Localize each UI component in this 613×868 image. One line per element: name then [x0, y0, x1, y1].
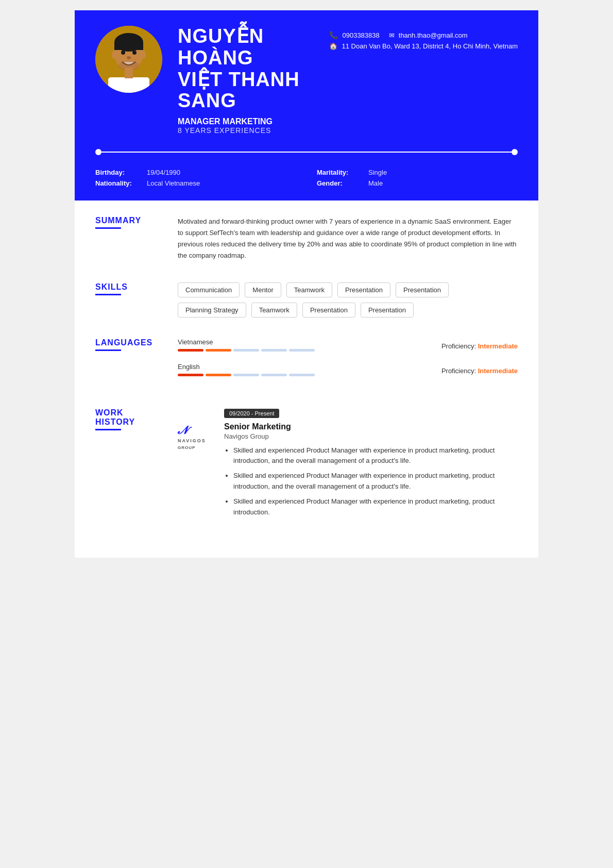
main-content: SUMMARY Motivated and forward-thinking p…: [75, 201, 538, 558]
skill-tag: Mentor: [245, 282, 281, 297]
address-row: 🏠 11 Doan Van Bo, Ward 13, District 4, H…: [329, 42, 518, 50]
work-history-title: WORK HISTORY: [95, 408, 162, 427]
language-name: Vietnamese: [178, 338, 315, 346]
info-right: Maritality: Single Gender: Male: [317, 169, 518, 190]
proficiency-value: Intermediate: [478, 342, 518, 350]
email-address: thanh.thao@gmail.com: [399, 31, 468, 39]
svg-point-6: [121, 51, 125, 55]
person-experience: 8 YEARS EXPERIENCES: [178, 126, 314, 135]
skills-title: SKILLS: [95, 282, 162, 292]
skills-content: CommunicationMentorTeamworkPresentationP…: [178, 282, 518, 318]
summary-label: SUMMARY: [95, 216, 162, 261]
work-history-label: WORK HISTORY: [95, 408, 162, 522]
proficiency-value: Intermediate: [478, 367, 518, 375]
phone-icon: 📞: [329, 31, 338, 39]
work-item: 𝒩 NAVIGOS GROUP 09/2020 - PresentSenior …: [178, 408, 518, 522]
svg-point-7: [132, 51, 137, 55]
skill-tag: Presentation: [302, 303, 355, 318]
work-bullet: Skilled and experienced Product Manager …: [233, 445, 518, 467]
dot-left: [95, 149, 101, 155]
work-bullet: Skilled and experienced Product Manager …: [233, 471, 518, 492]
skill-tag: Presentation: [361, 303, 414, 318]
languages-content: VietnameseProficiency: IntermediateEngli…: [178, 338, 518, 388]
work-history-content: 𝒩 NAVIGOS GROUP 09/2020 - PresentSenior …: [178, 408, 518, 522]
work-company: Navigos Group: [224, 432, 518, 440]
work-title: Senior Marketing: [224, 422, 518, 431]
header-divider: [75, 145, 538, 163]
phone-row: 📞 0903383838 ✉ thanh.thao@gmail.com: [329, 31, 518, 39]
person-name: NGUYỄN HOÀNG VIỆT THANH SANG: [178, 26, 314, 112]
svg-point-5: [141, 51, 146, 59]
summary-content: Motivated and forward-thinking product o…: [178, 216, 518, 261]
email-icon: ✉: [389, 31, 395, 39]
personal-info-section: Birthday: 19/04/1990 Nationality: Local …: [75, 163, 538, 201]
nationality-row: Nationality: Local Vietnamese: [95, 179, 296, 187]
address-icon: 🏠: [329, 42, 337, 50]
summary-section: SUMMARY Motivated and forward-thinking p…: [95, 216, 518, 261]
gender-row: Gender: Male: [317, 179, 518, 187]
work-bullets: Skilled and experienced Product Manager …: [224, 445, 518, 518]
svg-rect-11: [125, 68, 133, 78]
address-text: 11 Doan Van Bo, Ward 13, District 4, Ho …: [342, 42, 518, 50]
language-name: English: [178, 363, 315, 371]
info-left: Birthday: 19/04/1990 Nationality: Local …: [95, 169, 296, 190]
summary-underline: [95, 227, 121, 229]
person-title: MANAGER MARKETING: [178, 117, 314, 126]
phone-number: 0903383838: [342, 31, 379, 39]
summary-text: Motivated and forward-thinking product o…: [178, 216, 518, 261]
languages-title: LANGUAGES: [95, 338, 162, 347]
work-bullet: Skilled and experienced Product Manager …: [233, 496, 518, 518]
languages-underline: [95, 349, 121, 351]
birthday-row: Birthday: 19/04/1990: [95, 169, 296, 176]
company-logo: 𝒩 NAVIGOS GROUP: [178, 408, 214, 522]
language-bar: [178, 374, 315, 376]
svg-rect-10: [108, 77, 149, 93]
skills-label: SKILLS: [95, 282, 162, 318]
nationality-value: Local Vietnamese: [147, 179, 200, 187]
language-item: VietnameseProficiency: Intermediate: [178, 338, 518, 354]
maritality-value: Single: [368, 169, 387, 176]
header-contact: 📞 0903383838 ✉ thanh.thao@gmail.com 🏠 11…: [329, 26, 518, 50]
svg-rect-3: [114, 42, 143, 50]
svg-point-8: [127, 56, 131, 59]
skill-tag: Presentation: [337, 282, 390, 297]
maritality-row: Maritality: Single: [317, 169, 518, 176]
header-section: NGUYỄN HOÀNG VIỆT THANH SANG MANAGER MAR…: [75, 10, 538, 145]
language-bar: [178, 349, 315, 352]
skill-tag: Presentation: [396, 282, 449, 297]
resume-container: NGUYỄN HOÀNG VIỆT THANH SANG MANAGER MAR…: [75, 10, 538, 558]
skills-underline: [95, 294, 121, 295]
proficiency-label: Proficiency:: [441, 342, 478, 350]
work-period: 09/2020 - Present: [224, 409, 279, 418]
avatar: [95, 26, 162, 93]
nationality-label: Nationality:: [95, 179, 142, 187]
proficiency-label: Proficiency:: [441, 367, 478, 375]
work-history-underline: [95, 429, 121, 430]
skills-section: SKILLS CommunicationMentorTeamworkPresen…: [95, 282, 518, 318]
summary-title: SUMMARY: [95, 216, 162, 225]
svg-point-4: [112, 51, 117, 59]
dot-right: [512, 149, 518, 155]
avatar-container: [95, 26, 162, 93]
skill-tag: Planning Strategy: [178, 303, 246, 318]
languages-label: LANGUAGES: [95, 338, 162, 388]
gender-value: Male: [368, 179, 383, 187]
birthday-label: Birthday:: [95, 169, 142, 176]
gender-label: Gender:: [317, 179, 363, 187]
languages-section: LANGUAGES VietnameseProficiency: Interme…: [95, 338, 518, 388]
birthday-value: 19/04/1990: [147, 169, 180, 176]
divider-line-fill: [101, 152, 512, 153]
skills-tags: CommunicationMentorTeamworkPresentationP…: [178, 282, 518, 318]
skill-tag: Communication: [178, 282, 240, 297]
skill-tag: Teamwork: [251, 303, 297, 318]
language-item: EnglishProficiency: Intermediate: [178, 363, 518, 378]
maritality-label: Maritality:: [317, 169, 363, 176]
skill-tag: Teamwork: [286, 282, 332, 297]
header-name-block: NGUYỄN HOÀNG VIỆT THANH SANG MANAGER MAR…: [178, 26, 314, 135]
divider-line: [95, 149, 518, 155]
work-history-section: WORK HISTORY 𝒩 NAVIGOS GROUP 09/2020 - P…: [95, 408, 518, 522]
